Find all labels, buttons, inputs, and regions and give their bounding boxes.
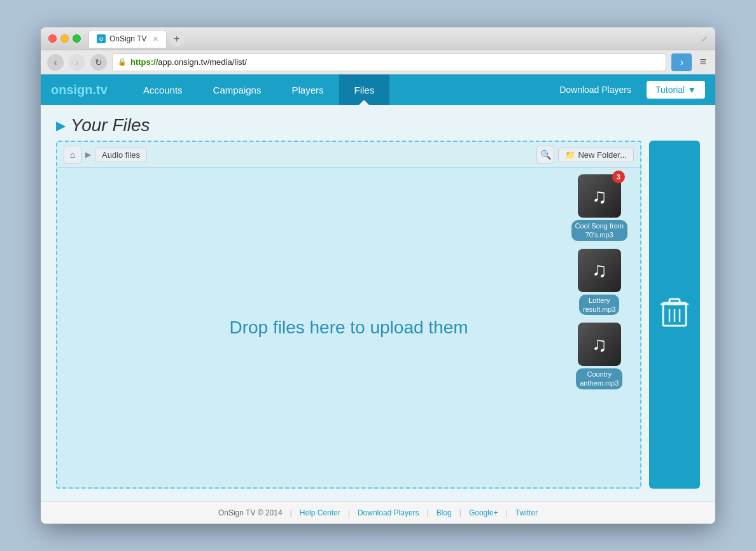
breadcrumb-arrow-icon: ▶	[85, 150, 91, 159]
browser-tab[interactable]: O OnSign TV ×	[88, 30, 167, 48]
file-name: Lotteryresult.mp3	[579, 295, 619, 316]
footer-help-center[interactable]: Help Center	[300, 508, 340, 517]
music-file-icon: ♫ 3	[578, 174, 621, 218]
tab-close-icon[interactable]: ×	[153, 34, 158, 44]
forward-button[interactable]: ›	[69, 54, 85, 71]
home-button[interactable]: ⌂	[64, 146, 81, 164]
music-note-icon: ♫	[592, 185, 607, 208]
file-items-container: ♫ 3 Cool Song from70's.mp3 ♫ Lotteryresu…	[571, 174, 627, 389]
file-item[interactable]: ♫ Lotteryresult.mp3	[578, 249, 621, 316]
folder-icon: 📁	[565, 150, 575, 160]
music-file-icon: ♫	[578, 249, 621, 292]
nav-bar: onsign.tv Accounts Campaigns Players Fil…	[41, 74, 715, 105]
music-note-icon: ♫	[592, 258, 607, 282]
file-item[interactable]: ♫ Countryanthem.mp3	[576, 323, 622, 389]
close-button[interactable]	[48, 34, 57, 43]
tab-favicon: O	[97, 34, 106, 43]
tutorial-label: Tutorial	[655, 85, 685, 95]
url-text: https://app.onsign.tv/media/list/	[130, 57, 247, 67]
page-title: Your Files	[71, 115, 150, 136]
footer-sep: |	[290, 508, 292, 517]
window-resize-icon[interactable]: ⤢	[701, 34, 708, 43]
music-file-icon: ♫	[578, 323, 621, 366]
file-item[interactable]: ♫ 3 Cool Song from70's.mp3	[571, 174, 627, 241]
minimize-button[interactable]	[60, 34, 69, 43]
new-folder-button[interactable]: 📁 New Folder...	[558, 148, 634, 162]
lock-icon: 🔒	[118, 58, 127, 66]
logo-sub: .tv	[93, 83, 108, 97]
trash-icon	[659, 295, 690, 334]
mac-window: O OnSign TV × + ⤢ ‹ › ↻ 🔒 https://app.on…	[41, 27, 715, 524]
nav-right: Download Players Tutorial ▼	[549, 81, 705, 99]
file-badge: 3	[612, 171, 625, 183]
search-button[interactable]: 🔍	[536, 146, 554, 164]
footer-twitter[interactable]: Twitter	[515, 508, 538, 517]
page-content: ▶ Your Files ⌂ ▶ Audio files 🔍 📁 New Fol…	[41, 105, 715, 501]
files-drop-area[interactable]: Drop files here to upload them ♫ 3 Cool …	[57, 168, 640, 487]
nav-links: Accounts Campaigns Players Files	[128, 74, 549, 105]
new-tab-button[interactable]: +	[169, 31, 185, 46]
footer-download-players[interactable]: Download Players	[358, 508, 419, 517]
files-toolbar: ⌂ ▶ Audio files 🔍 📁 New Folder...	[57, 142, 640, 168]
refresh-button[interactable]: ↻	[90, 54, 107, 71]
download-players-button[interactable]: Download Players	[549, 85, 641, 95]
tutorial-button[interactable]: Tutorial ▼	[647, 81, 705, 99]
tab-bar: O OnSign TV × +	[88, 30, 701, 48]
new-folder-label: New Folder...	[578, 150, 627, 160]
maximize-button[interactable]	[73, 34, 81, 43]
file-name: Countryanthem.mp3	[576, 368, 622, 389]
url-https: https://	[130, 57, 158, 67]
footer-google-plus[interactable]: Google+	[469, 508, 498, 517]
files-panel: ⌂ ▶ Audio files 🔍 📁 New Folder... Drop f…	[56, 141, 641, 489]
footer: OnSign TV © 2014 | Help Center | Downloa…	[41, 501, 715, 524]
page-title-arrow-icon: ▶	[56, 118, 66, 133]
page-header: ▶ Your Files	[41, 105, 715, 141]
url-domain: app.onsign.tv/media/list/	[158, 57, 246, 67]
file-name: Cool Song from70's.mp3	[571, 220, 627, 241]
footer-blog[interactable]: Blog	[437, 508, 452, 517]
back-button[interactable]: ‹	[47, 54, 64, 71]
title-bar: O OnSign TV × + ⤢	[41, 27, 715, 50]
browser-menu-icon[interactable]: ≡	[697, 53, 709, 71]
footer-sep: |	[459, 508, 461, 517]
music-note-icon: ♫	[592, 333, 607, 356]
nav-accounts[interactable]: Accounts	[128, 74, 198, 105]
address-bar: ‹ › ↻ 🔒 https://app.onsign.tv/media/list…	[41, 50, 715, 74]
url-bar[interactable]: 🔒 https://app.onsign.tv/media/list/	[112, 53, 666, 71]
drop-text: Drop files here to upload them	[229, 317, 468, 338]
footer-sep: |	[427, 508, 429, 517]
files-area: ⌂ ▶ Audio files 🔍 📁 New Folder... Drop f…	[41, 141, 715, 501]
nav-players[interactable]: Players	[276, 74, 339, 105]
footer-sep: |	[348, 508, 350, 517]
go-button[interactable]: ›	[671, 53, 692, 71]
tutorial-arrow-icon: ▼	[687, 85, 696, 95]
nav-campaigns[interactable]: Campaigns	[198, 74, 277, 105]
tab-title: OnSign TV	[109, 34, 146, 43]
trash-area[interactable]	[649, 141, 700, 489]
logo-main: onsign	[51, 83, 93, 97]
logo: onsign.tv	[51, 83, 108, 97]
window-controls	[48, 34, 81, 43]
footer-copyright: OnSign TV © 2014	[218, 508, 283, 517]
breadcrumb-audio-files[interactable]: Audio files	[95, 148, 147, 162]
nav-files[interactable]: Files	[339, 74, 390, 105]
footer-sep: |	[506, 508, 508, 517]
